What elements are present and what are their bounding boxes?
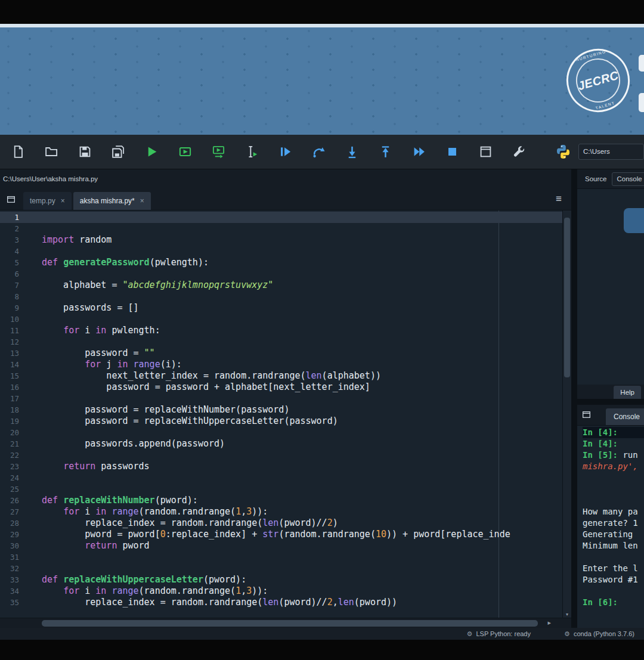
line-number: 15 [0, 370, 26, 382]
step-over-button[interactable] [302, 138, 335, 166]
horizontal-pane-splitter[interactable] [577, 399, 644, 405]
run-cell-button[interactable] [168, 138, 202, 166]
help-pane-header: Source Console [577, 169, 644, 188]
console-pane-button[interactable] [581, 407, 592, 422]
code-line[interactable]: 22 [0, 450, 562, 461]
line-number: 9 [0, 302, 26, 314]
editor-horizontal-scrollbar[interactable]: ▸ [0, 618, 571, 628]
code-line[interactable]: 34 for i in range(random.randrange(1,3))… [0, 585, 562, 597]
code-editor[interactable]: 123import random45def generatePassword(p… [0, 210, 571, 618]
vertical-pane-splitter[interactable] [571, 169, 577, 628]
run-cell-icon [178, 145, 192, 159]
scroll-right-arrow-icon[interactable]: ▸ [547, 619, 551, 627]
code-line[interactable]: 6 [0, 268, 562, 280]
save-all-button[interactable] [101, 138, 135, 166]
working-directory-combo[interactable]: C:\Users [578, 144, 644, 160]
python-logo-icon [555, 144, 571, 160]
editor-vertical-scrollbar[interactable]: ▾ [562, 210, 571, 618]
console-line [583, 495, 644, 506]
help-source-combo[interactable]: Console [612, 172, 644, 186]
statusbar-item[interactable]: ⚙LSP Python: ready [467, 630, 531, 638]
tab-help[interactable]: Help [614, 386, 641, 399]
scroll-down-arrow-icon[interactable]: ▾ [563, 612, 571, 617]
editor-tab-aksha-mishra-py-[interactable]: aksha mishra.py*× [73, 192, 151, 210]
code-line[interactable]: 11 for i in pwlength: [0, 325, 562, 336]
code-line[interactable]: 35 replace_index = random.randrange(len(… [0, 597, 562, 608]
run-cell-advance-button[interactable] [202, 138, 235, 166]
stamp-main-text: JECRC [576, 68, 620, 92]
main-area: C:\Users\User\aksha mishra.py temp.py×ak… [0, 169, 644, 628]
continue-execution-button[interactable] [402, 138, 435, 166]
code-line[interactable]: 18 password = replaceWithNumber(password… [0, 404, 562, 416]
code-line[interactable]: 19 password = replaceWithUppercaseLetter… [0, 416, 562, 427]
code-line[interactable]: 8 [0, 291, 562, 302]
save-file-button[interactable] [68, 138, 101, 166]
step-out-icon [379, 145, 392, 159]
code-line[interactable]: 33def replaceWithUppercaseLetter(pword): [0, 574, 562, 585]
line-number: 6 [0, 268, 26, 280]
editor-pane-button[interactable] [3, 191, 18, 207]
run-file-icon [145, 145, 159, 159]
main-toolbar: C:\Users [0, 135, 644, 169]
code-line[interactable]: 23 return passwords [0, 461, 562, 472]
code-line[interactable]: 2 [0, 223, 562, 234]
run-selection-button[interactable] [235, 138, 268, 166]
code-line[interactable]: 16 password = password + alphabet[next_l… [0, 382, 562, 393]
code-line[interactable]: 15 next_letter_index = random.randrange(… [0, 370, 562, 382]
console-line: Password #1 [583, 574, 644, 585]
code-line[interactable]: 7 alphabet = "abcdefghijklmnopqrstuvwxyz… [0, 280, 562, 291]
code-line[interactable]: 28 replace_index = random.randrange(len(… [0, 518, 562, 529]
tab-options-icon[interactable]: ≡ [556, 193, 562, 205]
code-line[interactable]: 1 [0, 212, 562, 223]
open-file-button[interactable] [35, 138, 68, 166]
code-line[interactable]: 13 password = "" [0, 348, 562, 359]
step-into-icon [345, 145, 359, 159]
step-out-button[interactable] [369, 138, 402, 166]
vscrollbar-thumb[interactable] [564, 218, 570, 377]
code-line[interactable]: 27 for i in range(random.randrange(1,3))… [0, 506, 562, 518]
console-line: Minimum len [583, 540, 644, 551]
code-line[interactable]: 26def replaceWithNumber(pword): [0, 495, 562, 506]
help-pane-content [577, 188, 644, 385]
code-lines[interactable]: 123import random45def generatePassword(p… [0, 210, 562, 618]
line-number: 35 [0, 597, 26, 608]
presentation-banner: NURTURING JECRC TALENT [0, 27, 644, 135]
code-line[interactable]: 3import random [0, 234, 562, 246]
code-line[interactable]: 17 [0, 393, 562, 404]
debug-file-button[interactable] [268, 138, 302, 166]
code-line[interactable]: 12 [0, 336, 562, 348]
tab-console[interactable]: Console [606, 408, 644, 425]
editor-tab-temp-py[interactable]: temp.py× [23, 192, 72, 210]
tab-close-icon[interactable]: × [140, 197, 144, 205]
code-line[interactable]: 14 for j in range(i): [0, 359, 562, 370]
tools-button[interactable] [502, 138, 535, 166]
step-into-button[interactable] [335, 138, 369, 166]
console-line [583, 484, 644, 495]
code-line[interactable]: 4 [0, 246, 562, 257]
code-line[interactable]: 30 return pword [0, 540, 562, 551]
jecrc-stamp-logo: NURTURING JECRC TALENT [559, 41, 637, 119]
tab-close-icon[interactable]: × [61, 197, 65, 205]
code-line[interactable]: 21 passwords.append(password) [0, 438, 562, 450]
save-all-icon [112, 145, 125, 159]
code-line[interactable]: 32 [0, 563, 562, 574]
hscrollbar-thumb[interactable] [42, 620, 538, 627]
code-line[interactable]: 10 [0, 314, 562, 325]
new-file-icon [11, 145, 25, 159]
code-line[interactable]: 25 [0, 484, 562, 495]
code-line[interactable]: 29 pword = pword[0:replace_index] + str(… [0, 529, 562, 540]
code-line[interactable]: 9 passwords = [] [0, 302, 562, 314]
code-line[interactable]: 20 [0, 427, 562, 438]
toolbar-buttons [1, 138, 535, 166]
code-line[interactable]: 31 [0, 551, 562, 563]
run-file-button[interactable] [135, 138, 168, 166]
console-lines[interactable]: In [4]: In [4]: In [5]: runmishra.py', H… [577, 425, 644, 628]
banner-edge-graphic [639, 93, 644, 112]
code-line[interactable]: 24 [0, 472, 562, 484]
code-line[interactable]: 5def generatePassword(pwlength): [0, 257, 562, 268]
new-file-button[interactable] [1, 138, 35, 166]
stop-debug-button[interactable] [435, 138, 469, 166]
maximize-pane-button[interactable] [469, 138, 502, 166]
editor-tabbar: temp.py×aksha mishra.py*× ≡ [0, 188, 571, 210]
statusbar-item[interactable]: ⚙conda (Python 3.7.6) [564, 630, 634, 638]
